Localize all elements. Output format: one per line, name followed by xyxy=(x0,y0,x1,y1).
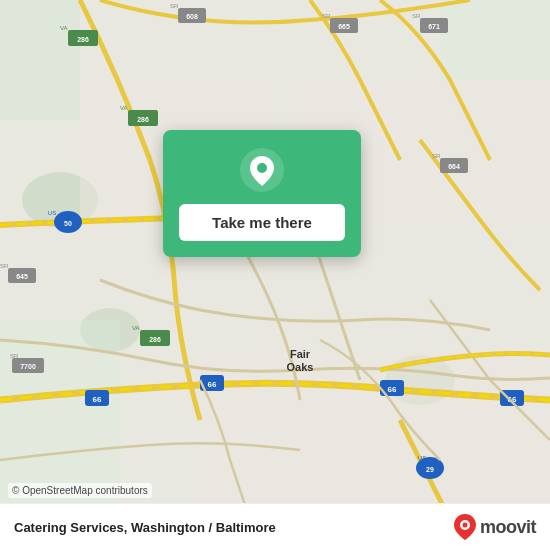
location-pin-icon xyxy=(240,148,284,192)
svg-text:SR: SR xyxy=(0,263,9,269)
svg-text:7700: 7700 xyxy=(20,363,36,370)
moovit-label: moovit xyxy=(480,517,536,538)
svg-text:665: 665 xyxy=(338,23,350,30)
svg-text:SR: SR xyxy=(432,153,441,159)
svg-point-59 xyxy=(462,523,467,528)
map-attribution: © OpenStreetMap contributors xyxy=(8,483,152,498)
svg-text:671: 671 xyxy=(428,23,440,30)
svg-text:SR: SR xyxy=(322,13,331,19)
svg-text:US: US xyxy=(48,210,56,216)
svg-text:VA: VA xyxy=(60,25,68,31)
svg-text:Fair: Fair xyxy=(290,348,311,360)
svg-text:645: 645 xyxy=(16,273,28,280)
svg-text:286: 286 xyxy=(149,336,161,343)
svg-text:286: 286 xyxy=(137,116,149,123)
location-info: Catering Services, Washington / Baltimor… xyxy=(14,520,276,535)
svg-text:66: 66 xyxy=(208,380,217,389)
svg-text:664: 664 xyxy=(448,163,460,170)
svg-text:Oaks: Oaks xyxy=(287,361,314,373)
svg-text:66: 66 xyxy=(388,385,397,394)
svg-text:66: 66 xyxy=(93,395,102,404)
map-background: 66 66 66 66 50 US 286 VA 286 VA 286 VA 6… xyxy=(0,0,550,550)
popup-card: Take me there xyxy=(163,130,361,257)
svg-text:SR: SR xyxy=(170,3,179,9)
svg-text:29: 29 xyxy=(426,466,434,473)
svg-rect-4 xyxy=(0,0,80,120)
location-title: Catering Services, Washington / Baltimor… xyxy=(14,520,276,535)
svg-text:608: 608 xyxy=(186,13,198,20)
moovit-pin-icon xyxy=(454,514,476,540)
svg-text:US: US xyxy=(418,455,426,461)
map-container: 66 66 66 66 50 US 286 VA 286 VA 286 VA 6… xyxy=(0,0,550,550)
svg-text:50: 50 xyxy=(64,220,72,227)
svg-rect-5 xyxy=(440,0,550,80)
svg-text:SR: SR xyxy=(412,13,421,19)
moovit-logo: moovit xyxy=(454,514,536,540)
svg-text:SR: SR xyxy=(10,353,19,359)
svg-text:VA: VA xyxy=(120,105,128,111)
bottom-bar: Catering Services, Washington / Baltimor… xyxy=(0,503,550,550)
svg-text:286: 286 xyxy=(77,36,89,43)
svg-text:VA: VA xyxy=(132,325,140,331)
take-me-there-button[interactable]: Take me there xyxy=(179,204,345,241)
svg-point-57 xyxy=(257,163,267,173)
